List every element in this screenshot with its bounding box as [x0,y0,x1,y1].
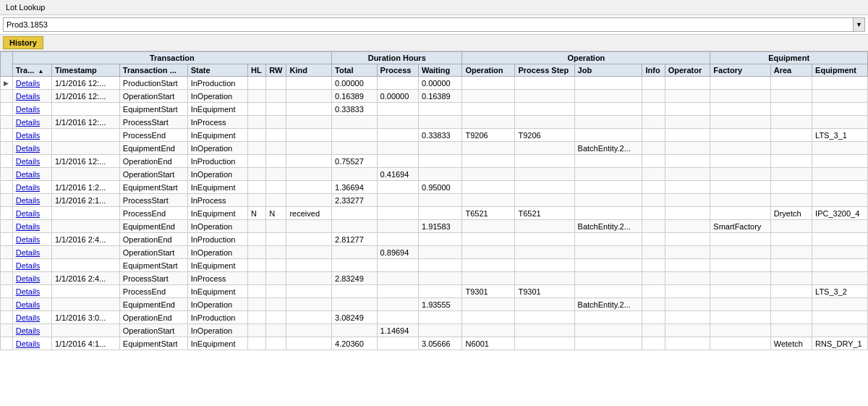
table-container[interactable]: Transaction Duration Hours Operation Equ… [0,51,868,399]
history-table: Transaction Duration Hours Operation Equ… [0,51,868,350]
details-link-text[interactable]: Details [16,235,41,244]
details-link-text[interactable]: Details [16,131,41,140]
details-link[interactable]: Details [12,90,51,103]
details-link[interactable]: Details [12,168,51,181]
col-header-timestamp[interactable]: Timestamp [51,64,119,77]
info-cell [642,77,665,90]
procstep-cell [515,311,574,324]
col-header-tra[interactable]: Tra... ▲ [12,64,51,77]
details-link[interactable]: Details [12,129,51,142]
total-cell: 0.33833 [332,103,378,116]
state-cell: InEquipment [187,103,247,116]
details-link-text[interactable]: Details [16,92,41,101]
details-link[interactable]: Details [12,324,51,337]
process-cell: 0.00000 [377,90,418,103]
table-row: DetailsProcessEndInEquipmentT9301T9301LT… [1,285,868,298]
transtype-cell: EquipmentEnd [119,142,187,155]
col-header-factory[interactable]: Factory [710,64,770,77]
details-link[interactable]: Details [12,233,51,246]
details-link-text[interactable]: Details [16,300,41,309]
equipment-cell [812,246,868,259]
state-cell: InOperation [187,168,247,181]
procstep-cell [515,155,574,168]
details-link-text[interactable]: Details [16,261,41,270]
lookup-input[interactable] [3,17,854,32]
waiting-cell: 1.91583 [418,220,462,233]
col-header-process[interactable]: Process [377,64,418,77]
operation-cell: N6001 [462,337,515,350]
tab-history[interactable]: History [3,36,43,49]
details-link[interactable]: Details [12,207,51,220]
operation-cell: T9206 [462,129,515,142]
details-link-text[interactable]: Details [16,105,41,114]
col-header-rw[interactable]: RW [266,64,286,77]
hl-cell [248,246,266,259]
col-header-kind[interactable]: Kind [286,64,332,77]
total-cell [332,129,378,142]
details-link[interactable]: Details [12,285,51,298]
operator-cell [665,90,710,103]
timestamp-cell: 1/1/2016 2:4... [51,233,119,246]
timestamp-cell [51,168,119,181]
col-header-operation[interactable]: Operation [462,64,515,77]
col-header-total[interactable]: Total [332,64,378,77]
factory-cell [710,155,770,168]
details-link-text[interactable]: Details [16,209,41,218]
col-header-area[interactable]: Area [770,64,812,77]
details-link[interactable]: Details [12,311,51,324]
col-header-state[interactable]: State [187,64,247,77]
details-link[interactable]: Details [12,116,51,129]
details-link-text[interactable]: Details [16,79,41,88]
details-link-text[interactable]: Details [16,183,41,192]
details-link[interactable]: Details [12,272,51,285]
details-link[interactable]: Details [12,181,51,194]
col-header-hl[interactable]: HL [248,64,266,77]
col-header-equipment[interactable]: Equipment [812,64,868,77]
details-link[interactable]: Details [12,337,51,350]
col-header-transtype[interactable]: Transaction ... [119,64,187,77]
col-header-info[interactable]: Info [642,64,665,77]
details-link[interactable]: Details [12,77,51,90]
details-link-text[interactable]: Details [16,287,41,296]
rw-cell [266,116,286,129]
procstep-cell: T9206 [515,129,574,142]
rw-cell [266,285,286,298]
col-header-job[interactable]: Job [574,64,642,77]
details-link-text[interactable]: Details [16,274,41,283]
procstep-cell [515,103,574,116]
operator-cell [665,168,710,181]
factory-cell [710,194,770,207]
col-header-operator[interactable]: Operator [665,64,710,77]
details-link-text[interactable]: Details [16,222,41,231]
details-link-text[interactable]: Details [16,339,41,348]
equipment-cell [812,324,868,337]
details-link[interactable]: Details [12,259,51,272]
details-link-text[interactable]: Details [16,313,41,322]
kind-cell: received [286,207,332,220]
details-link[interactable]: Details [12,155,51,168]
kind-cell [286,259,332,272]
details-link-text[interactable]: Details [16,118,41,127]
lookup-dropdown-button[interactable]: ▼ [854,17,865,32]
details-link[interactable]: Details [12,103,51,116]
details-link-text[interactable]: Details [16,248,41,257]
state-cell: InProduction [187,155,247,168]
details-link[interactable]: Details [12,220,51,233]
col-header-waiting[interactable]: Waiting [418,64,462,77]
process-cell [377,103,418,116]
details-link[interactable]: Details [12,194,51,207]
details-link[interactable]: Details [12,298,51,311]
details-link-text[interactable]: Details [16,144,41,153]
details-link-text[interactable]: Details [16,326,41,335]
kind-cell [286,181,332,194]
details-link[interactable]: Details [12,142,51,155]
tab-bar: History [0,35,868,51]
factory-cell [710,337,770,350]
info-cell [642,259,665,272]
details-link[interactable]: Details [12,246,51,259]
details-link-text[interactable]: Details [16,170,41,179]
details-link-text[interactable]: Details [16,157,41,166]
hl-cell [248,194,266,207]
details-link-text[interactable]: Details [16,196,41,205]
col-header-procstep[interactable]: Process Step [515,64,574,77]
